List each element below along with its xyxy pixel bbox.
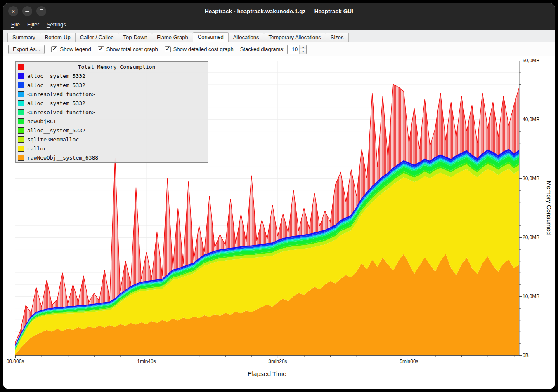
legend-title-row: Total Memory Consumption [16, 62, 208, 71]
y-tick-label: 40,0MB [523, 117, 539, 122]
maximize-button[interactable] [36, 6, 46, 16]
stacked-diagrams-value: 10 [288, 45, 299, 54]
checkbox-show-legend[interactable]: Show legend [51, 46, 91, 52]
legend-swatch [18, 127, 24, 134]
tab-consumed[interactable]: Consumed [193, 32, 229, 42]
legend-item: rawNewObj__system_6388 [16, 153, 208, 162]
memory-consumption-chart: Total Memory Consumptionalloc__system_53… [3, 56, 555, 389]
checkbox-show-total-cost-graph[interactable]: Show total cost graph [98, 46, 158, 52]
legend-label: <unresolved function> [27, 91, 95, 97]
tab-summary[interactable]: Summary [7, 33, 40, 42]
tab-top-down[interactable]: Top-Down [118, 33, 152, 42]
x-tick-label: 5min00s [400, 359, 418, 364]
checkbox-label: Show legend [60, 46, 91, 52]
legend-item: calloc [16, 144, 208, 153]
tab-temporary-allocations[interactable]: Temporary Allocations [264, 33, 326, 42]
legend-item: alloc__system_5332 [16, 80, 208, 89]
tab-allocations[interactable]: Allocations [228, 33, 264, 42]
spin-down-icon[interactable] [300, 49, 306, 54]
y-axis-title: Memory Consumed [546, 181, 553, 235]
legend-swatch [18, 82, 24, 88]
stacked-series [15, 149, 519, 355]
legend-label: alloc__system_5332 [27, 100, 85, 106]
legend-label: alloc__system_5332 [27, 82, 85, 88]
checkbox-label: Show total cost graph [106, 46, 158, 52]
legend-swatch [18, 118, 24, 124]
close-icon [11, 7, 15, 15]
legend-swatch [18, 146, 24, 152]
stacked-diagrams-label: Stacked diagrams: [240, 46, 285, 52]
chart-legend: Total Memory Consumptionalloc__system_53… [15, 61, 208, 163]
y-tick-label: 30,0MB [523, 176, 539, 181]
heaptrack-window: Heaptrack - heaptrack.wakunode.1.gz — He… [3, 3, 555, 389]
legend-title: Total Memory Consumption [27, 64, 206, 70]
checkbox-icon [98, 46, 104, 52]
legend-item: alloc__system_5332 [16, 126, 208, 135]
legend-swatch [18, 64, 24, 70]
menubar: FileFilterSettings [3, 19, 555, 30]
tab-bottom-up[interactable]: Bottom-Up [40, 33, 76, 42]
menu-filter[interactable]: Filter [24, 20, 43, 29]
y-tick-label: 0B [523, 352, 529, 358]
tab-caller-callee[interactable]: Caller / Callee [75, 33, 119, 42]
legend-item: <unresolved function> [16, 108, 208, 117]
legend-swatch [18, 136, 24, 143]
legend-swatch [18, 91, 24, 97]
checkbox-icon [51, 46, 57, 52]
minimize-button[interactable] [22, 6, 32, 16]
tab-flame-graph[interactable]: Flame Graph [152, 33, 193, 42]
legend-item: newObjRC1 [16, 117, 208, 126]
spin-up-icon[interactable] [300, 45, 306, 49]
legend-label: alloc__system_5332 [27, 127, 85, 134]
spin-buttons [299, 45, 306, 54]
legend-label: calloc [27, 146, 47, 152]
checkbox-icon [165, 46, 171, 52]
menu-file[interactable]: File [7, 20, 24, 29]
window-controls [8, 3, 46, 19]
legend-item: <unresolved function> [16, 89, 208, 99]
x-tick-label: 1min40s [137, 359, 156, 364]
legend-item: alloc__system_5332 [16, 71, 208, 80]
titlebar[interactable]: Heaptrack - heaptrack.wakunode.1.gz — He… [3, 3, 555, 19]
toolbar-checkboxes: Show legendShow total cost graphShow det… [51, 46, 233, 52]
toolbar: Export As... Show legendShow total cost … [3, 42, 555, 56]
y-tick-label: 50,0MB [523, 58, 539, 63]
window-title: Heaptrack - heaptrack.wakunode.1.gz — He… [3, 8, 555, 14]
legend-label: <unresolved function> [27, 109, 95, 115]
legend-item: sqlite3MemMalloc [16, 135, 208, 144]
y-tick-label: 20,0MB [523, 235, 539, 240]
export-as-button[interactable]: Export As... [8, 45, 45, 54]
checkbox-show-detailed-cost-graph[interactable]: Show detailed cost graph [165, 46, 234, 52]
tab-sizes[interactable]: Sizes [326, 33, 349, 42]
checkbox-label: Show detailed cost graph [173, 46, 234, 52]
menu-settings[interactable]: Settings [43, 20, 70, 29]
y-tick-label: 10,0MB [523, 293, 539, 299]
legend-label: rawNewObj__system_6388 [27, 155, 98, 161]
legend-label: alloc__system_5332 [27, 73, 85, 79]
x-axis-title: Elapsed Time [248, 370, 286, 378]
x-tick-label: 3min20s [268, 359, 287, 364]
maximize-icon [40, 9, 43, 13]
legend-label: newObjRC1 [27, 118, 56, 124]
legend-label: sqlite3MemMalloc [27, 136, 79, 143]
legend-swatch [18, 100, 24, 106]
stacked-diagrams-spinbox[interactable]: 10 [287, 45, 307, 54]
close-button[interactable] [8, 6, 18, 16]
legend-swatch [18, 109, 24, 115]
stacked-diagrams-control: Stacked diagrams: 10 [240, 45, 307, 54]
x-tick-label: 00.000s [7, 359, 24, 364]
legend-item: alloc__system_5332 [16, 99, 208, 108]
legend-swatch [18, 155, 24, 161]
tab-bar: SummaryBottom-UpCaller / CalleeTop-DownF… [3, 30, 555, 42]
legend-swatch [18, 73, 24, 79]
minimize-icon [25, 11, 29, 12]
